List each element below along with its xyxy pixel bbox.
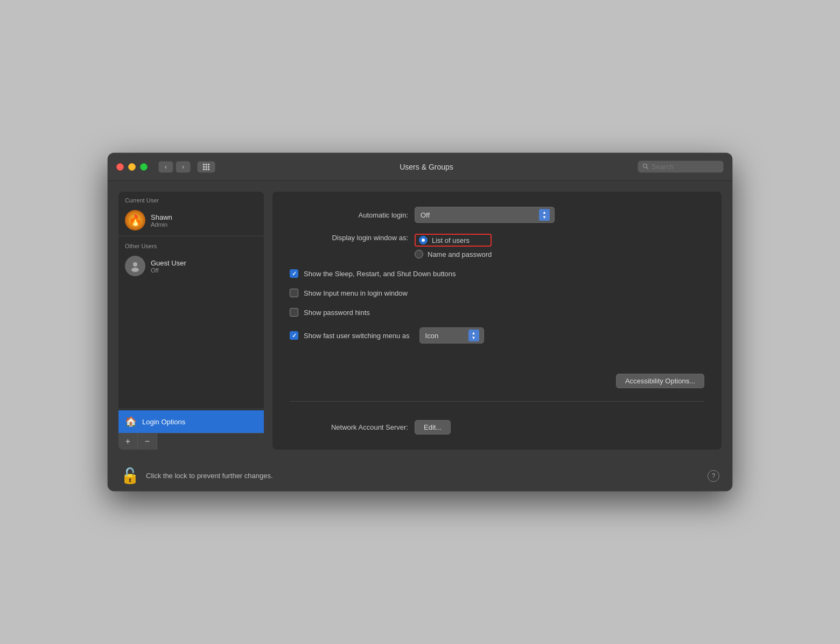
traffic-lights — [116, 163, 148, 171]
svg-rect-8 — [208, 169, 209, 170]
login-icon: 🏠 — [125, 416, 137, 428]
grid-button[interactable] — [197, 161, 215, 173]
search-box[interactable] — [638, 160, 724, 173]
user-info: Shawn Admin — [151, 213, 172, 228]
add-user-button[interactable]: + — [118, 433, 138, 450]
user-name: Shawn — [151, 213, 172, 221]
accessibility-options-button[interactable]: Accessibility Options... — [616, 374, 704, 388]
nav-buttons: ‹ › — [158, 161, 191, 173]
radio-button-selected[interactable] — [419, 236, 428, 244]
checkmark-icon: ✓ — [292, 270, 297, 277]
add-remove-bar: + − — [118, 433, 264, 450]
radio-button-unselected[interactable] — [415, 250, 423, 258]
network-account-label: Network Account Server: — [290, 423, 408, 431]
radio-group: List of users Name and password — [415, 234, 492, 258]
svg-rect-5 — [208, 166, 209, 167]
checkbox-input-menu-input[interactable] — [290, 289, 298, 297]
svg-rect-2 — [208, 164, 209, 165]
display-login-row: Display login window as: List of users N… — [290, 234, 704, 258]
divider2 — [118, 409, 264, 409]
forward-button[interactable]: › — [176, 161, 191, 173]
checkbox-hints-label: Show password hints — [304, 309, 370, 317]
svg-rect-6 — [203, 169, 205, 170]
edit-button[interactable]: Edit... — [415, 420, 451, 435]
fast-user-switching-row: ✓ Show fast user switching menu as Icon … — [290, 327, 704, 344]
svg-rect-4 — [206, 166, 207, 167]
spacer — [118, 281, 264, 408]
checkbox-fast-user-label: Show fast user switching menu as — [304, 332, 410, 340]
svg-point-12 — [131, 268, 139, 272]
automatic-login-select[interactable]: Off ▲ ▼ — [415, 207, 555, 223]
checkbox-fast-user-input[interactable]: ✓ — [290, 331, 298, 340]
svg-rect-1 — [206, 164, 207, 165]
remove-user-button[interactable]: − — [138, 433, 157, 450]
checkmark-fast-icon: ✓ — [292, 332, 297, 339]
guest-avatar — [125, 256, 145, 276]
radio-list-of-users[interactable]: List of users — [419, 236, 470, 244]
list-of-users-label: List of users — [432, 236, 470, 244]
checkbox-fast-user[interactable]: ✓ Show fast user switching menu as — [290, 331, 410, 340]
svg-rect-7 — [206, 169, 207, 170]
sidebar-panel: Current User 🔥 Shawn Admin Other Users — [118, 192, 264, 450]
svg-rect-3 — [203, 166, 205, 167]
arrow-up-icon2: ▲ — [472, 331, 476, 335]
svg-rect-0 — [203, 164, 205, 165]
back-button[interactable]: ‹ — [158, 161, 173, 173]
arrow-down-icon: ▼ — [542, 215, 547, 220]
list-of-users-highlight: List of users — [415, 234, 492, 247]
maximize-button[interactable] — [140, 163, 148, 171]
login-options-label: Login Options — [142, 418, 185, 426]
checkbox-sleep[interactable]: ✓ Show the Sleep, Restart, and Shut Down… — [290, 269, 704, 278]
login-options-item[interactable]: 🏠 Login Options — [118, 410, 264, 433]
bottom-bar: 🔓 Click the lock to prevent further chan… — [108, 460, 732, 491]
user-role: Admin — [151, 221, 172, 228]
checkbox-input-menu-label: Show Input menu in login window — [304, 289, 408, 297]
main-panel: Automatic login: Off ▲ ▼ Display login w… — [272, 192, 722, 450]
checkbox-input-menu[interactable]: Show Input menu in login window — [290, 289, 704, 297]
content-area: Current User 🔥 Shawn Admin Other Users — [108, 181, 732, 460]
checkbox-sleep-label: Show the Sleep, Restart, and Shut Down b… — [304, 270, 456, 278]
arrow-down-icon2: ▼ — [472, 336, 476, 340]
automatic-login-value: Off — [421, 211, 430, 219]
lock-text: Click the lock to prevent further change… — [146, 472, 273, 480]
other-users-label: Other Users — [118, 237, 264, 251]
minimize-button[interactable] — [128, 163, 136, 171]
fast-user-arrows: ▲ ▼ — [468, 330, 479, 341]
divider — [118, 236, 264, 236]
network-account-row: Network Account Server: Edit... — [290, 420, 704, 435]
select-arrows: ▲ ▼ — [539, 209, 550, 221]
checkbox-sleep-input[interactable]: ✓ — [290, 269, 298, 278]
current-user-label: Current User — [118, 192, 264, 206]
close-button[interactable] — [116, 163, 124, 171]
radio-inner — [422, 239, 425, 242]
avatar: 🔥 — [125, 210, 145, 230]
guest-user-item[interactable]: Guest User Off — [118, 251, 264, 281]
window-title: Users & Groups — [222, 163, 631, 171]
main-window: ‹ › Users & Groups — [108, 153, 732, 491]
guest-user-role: Off — [151, 267, 186, 274]
display-login-label: Display login window as: — [290, 234, 408, 242]
search-input[interactable] — [652, 163, 719, 171]
checkbox-hints[interactable]: Show password hints — [290, 308, 704, 317]
current-user-item[interactable]: 🔥 Shawn Admin — [118, 206, 264, 235]
checkbox-hints-input[interactable] — [290, 308, 298, 317]
guest-user-name: Guest User — [151, 259, 186, 267]
arrow-up-icon: ▲ — [542, 211, 547, 215]
name-and-password-label: Name and password — [428, 250, 492, 258]
svg-point-11 — [133, 262, 137, 267]
svg-line-10 — [647, 167, 648, 169]
automatic-login-label: Automatic login: — [290, 211, 408, 219]
help-button[interactable]: ? — [708, 470, 719, 482]
fast-user-switching-value: Icon — [425, 332, 439, 340]
titlebar: ‹ › Users & Groups — [108, 153, 732, 181]
guest-user-info: Guest User Off — [151, 259, 186, 274]
search-icon — [642, 163, 649, 171]
radio-name-and-password[interactable]: Name and password — [415, 250, 492, 258]
main-divider — [290, 401, 704, 402]
fast-user-switching-select[interactable]: Icon ▲ ▼ — [419, 327, 484, 344]
automatic-login-row: Automatic login: Off ▲ ▼ — [290, 207, 704, 223]
sidebar: Current User 🔥 Shawn Admin Other Users — [118, 192, 264, 450]
lock-icon[interactable]: 🔓 — [121, 467, 139, 485]
